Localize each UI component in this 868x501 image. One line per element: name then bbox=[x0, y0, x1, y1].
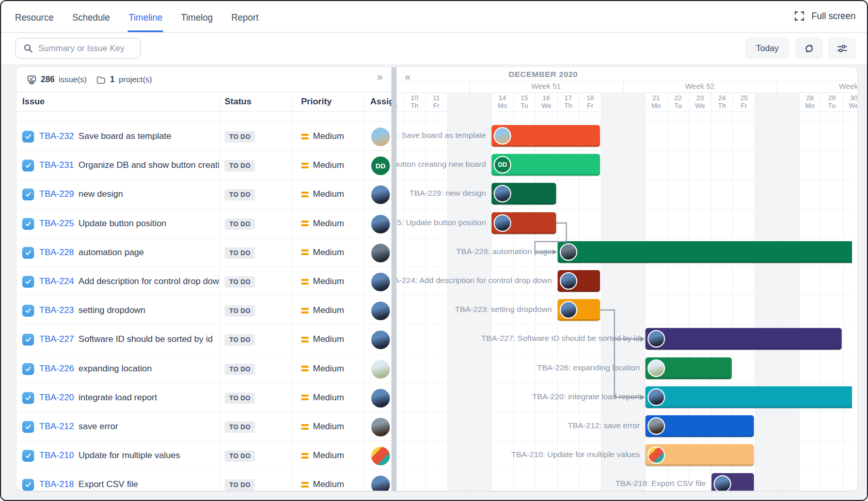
day-weekday: Fr bbox=[733, 102, 755, 110]
priority-cell: Medium bbox=[301, 267, 344, 296]
issue-key-link[interactable]: TBA-220 bbox=[39, 393, 74, 403]
priority-cell: Medium bbox=[301, 354, 344, 383]
issue-key-link[interactable]: TBA-232 bbox=[39, 131, 74, 142]
gantt-bar[interactable] bbox=[645, 386, 852, 408]
gantt-bar[interactable] bbox=[558, 270, 600, 292]
collapse-panel-icon[interactable]: » bbox=[377, 71, 383, 82]
issue-key-link[interactable]: TBA-229 bbox=[39, 189, 74, 199]
gantt-bar[interactable] bbox=[558, 299, 600, 321]
row-checkbox[interactable] bbox=[22, 450, 34, 462]
row-gridline bbox=[397, 354, 852, 354]
expand-panel-icon[interactable]: « bbox=[405, 71, 411, 82]
gantt-bar[interactable] bbox=[712, 473, 754, 491]
nav-tabs: ResourceScheduleTimelineTimelogReport bbox=[15, 12, 259, 32]
priority-medium-icon bbox=[301, 424, 309, 430]
gantt-bar[interactable] bbox=[645, 328, 842, 350]
priority-label: Medium bbox=[313, 334, 344, 345]
assignee-avatar[interactable]: DD bbox=[371, 156, 390, 175]
table-row: TBA-232Save board as templateTO DOMedium bbox=[17, 121, 391, 151]
column-header-issue: Issue bbox=[22, 97, 44, 107]
panel-splitter-handle[interactable] bbox=[391, 67, 397, 491]
filter-settings-button[interactable] bbox=[828, 38, 856, 59]
row-checkbox[interactable] bbox=[22, 363, 34, 375]
issue-key-link[interactable]: TBA-218 bbox=[39, 479, 74, 490]
priority-label: Medium bbox=[313, 364, 344, 374]
gantt-bar[interactable] bbox=[492, 125, 600, 147]
day-gridline bbox=[820, 92, 821, 491]
fullscreen-label: Full screen bbox=[811, 11, 856, 22]
day-weekday: Tu bbox=[513, 102, 535, 110]
tab-resource[interactable]: Resource bbox=[15, 12, 54, 32]
issue-cell: TBA-226expanding location bbox=[39, 354, 219, 383]
gantt-bar[interactable]: DD bbox=[492, 154, 600, 176]
tab-report[interactable]: Report bbox=[231, 12, 259, 32]
issue-key-link[interactable]: TBA-228 bbox=[39, 247, 74, 258]
issue-key-link[interactable]: TBA-212 bbox=[39, 421, 74, 432]
assignee-avatar[interactable] bbox=[371, 447, 390, 465]
priority-cell: Medium bbox=[301, 238, 344, 267]
week-label: Week 51 bbox=[531, 82, 561, 90]
status-badge: TO DO bbox=[225, 450, 255, 462]
issue-key-link[interactable]: TBA-225 bbox=[39, 218, 74, 229]
today-button[interactable]: Today bbox=[745, 38, 790, 59]
gantt-bar[interactable] bbox=[492, 183, 556, 205]
assignee-avatar[interactable] bbox=[371, 418, 390, 436]
row-checkbox[interactable] bbox=[22, 421, 34, 433]
assignee-avatar[interactable] bbox=[371, 185, 390, 204]
tab-timeline[interactable]: Timeline bbox=[129, 12, 162, 32]
search-input[interactable] bbox=[38, 43, 131, 53]
row-checkbox[interactable] bbox=[22, 218, 34, 230]
week-cell-border bbox=[623, 80, 624, 92]
gantt-bar[interactable] bbox=[645, 444, 754, 466]
day-gridline bbox=[447, 92, 448, 491]
assignee-avatar[interactable] bbox=[371, 273, 390, 291]
issue-key-link[interactable]: TBA-223 bbox=[39, 305, 74, 316]
priority-medium-icon bbox=[301, 395, 309, 400]
day-number: 21 bbox=[645, 95, 667, 102]
sliders-icon bbox=[837, 43, 848, 54]
issue-key-link[interactable]: TBA-210 bbox=[39, 450, 74, 461]
issue-summary: Save board as template bbox=[78, 131, 171, 142]
row-checkbox[interactable] bbox=[22, 479, 34, 491]
assignee-avatar[interactable] bbox=[371, 215, 390, 233]
priority-cell: Medium bbox=[301, 209, 344, 238]
tab-schedule[interactable]: Schedule bbox=[72, 12, 110, 32]
issue-key-link[interactable]: TBA-227 bbox=[39, 334, 74, 345]
row-checkbox[interactable] bbox=[22, 305, 34, 317]
fullscreen-button[interactable]: Full screen bbox=[794, 10, 856, 22]
assignee-avatar[interactable] bbox=[371, 302, 390, 320]
row-checkbox[interactable] bbox=[22, 247, 34, 259]
assignee-avatar[interactable] bbox=[371, 389, 390, 408]
gantt-bar[interactable] bbox=[492, 212, 556, 234]
assignee-avatar[interactable] bbox=[371, 244, 390, 262]
issue-key-link[interactable]: TBA-231 bbox=[39, 160, 74, 170]
gantt-bar[interactable] bbox=[558, 241, 852, 263]
assignee-avatar[interactable] bbox=[371, 331, 390, 349]
row-checkbox[interactable] bbox=[22, 131, 34, 143]
gantt-bar[interactable] bbox=[645, 357, 732, 379]
row-gridline bbox=[397, 469, 852, 470]
day-header-cell: 9We bbox=[397, 95, 403, 109]
row-checkbox[interactable] bbox=[22, 160, 34, 171]
assignee-avatar[interactable] bbox=[371, 360, 390, 379]
status-badge: TO DO bbox=[225, 131, 255, 143]
status-badge: TO DO bbox=[225, 479, 255, 491]
week-cell-border bbox=[777, 80, 777, 92]
refresh-button[interactable] bbox=[795, 38, 823, 59]
row-checkbox[interactable] bbox=[22, 189, 34, 200]
priority-cell: Medium bbox=[301, 441, 344, 470]
issue-key-link[interactable]: TBA-224 bbox=[39, 276, 74, 287]
issue-key-link[interactable]: TBA-226 bbox=[39, 364, 74, 374]
search-box[interactable] bbox=[15, 38, 141, 59]
tab-timelog[interactable]: Timelog bbox=[181, 12, 213, 32]
priority-cell: Medium bbox=[301, 470, 344, 491]
table-row: TBA-223setting dropdownTO DOMedium bbox=[17, 295, 391, 325]
row-checkbox[interactable] bbox=[22, 392, 34, 404]
gantt-bar[interactable] bbox=[645, 415, 754, 437]
row-checkbox[interactable] bbox=[22, 276, 34, 288]
day-gridline bbox=[403, 92, 404, 491]
row-checkbox[interactable] bbox=[22, 334, 34, 346]
assignee-avatar[interactable] bbox=[371, 476, 390, 491]
day-gridline bbox=[425, 92, 426, 491]
assignee-avatar[interactable] bbox=[371, 128, 390, 146]
